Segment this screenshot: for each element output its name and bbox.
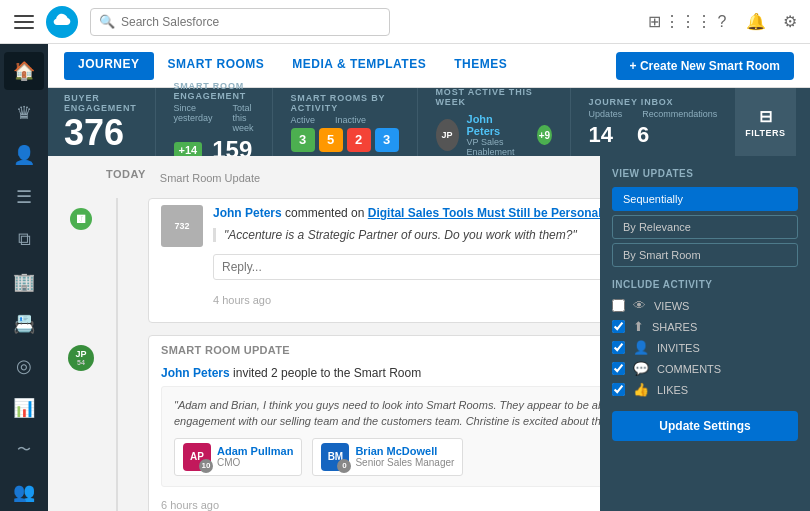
sidebar-item-person[interactable]: 👤 [4, 136, 44, 174]
inactive-label: Inactive [335, 115, 366, 125]
updates-count: 14 [589, 122, 613, 148]
views-icon: 👁 [633, 298, 646, 313]
view-option-sequentially[interactable]: Sequentially [612, 187, 798, 211]
bell-icon[interactable]: 🔔 [746, 12, 766, 32]
smart-room-total-label: Total this week [233, 103, 254, 133]
filter-row-likes: 👍 LIKES [612, 382, 798, 397]
person-num-2: 0 [337, 459, 351, 473]
timeline-dot-invite: JP 54 [68, 345, 94, 371]
time-ago: 4 hours ago [213, 294, 271, 306]
most-active-count: +9 [537, 125, 551, 145]
view-option-relevance[interactable]: By Relevance [612, 215, 798, 239]
view-updates-title: View Updates [612, 168, 798, 179]
filter-row-invites: 👤 INVITES [612, 340, 798, 355]
invites-label: INVITES [657, 342, 700, 354]
person-badge-2: BM 0 Brian McDowell Senior Sales Manager [312, 438, 463, 476]
secondary-navigation: JOURNEY SMART ROOMS MEDIA & TEMPLATES TH… [48, 44, 810, 88]
invites-checkbox[interactable] [612, 341, 625, 354]
recommendations-label: Recommendations [642, 109, 717, 119]
settings-icon[interactable]: ⚙ [780, 12, 800, 32]
person-title-2: Senior Sales Manager [355, 457, 454, 468]
sidebar-item-people[interactable]: 👥 [4, 473, 44, 511]
smart-rooms-activity-stat: SMART ROOMS BY ACTIVITY Active Inactive … [273, 88, 418, 156]
create-smart-room-button[interactable]: + Create New Smart Room [616, 52, 794, 80]
buyer-engagement-label: BUYER ENGAGEMENT [64, 93, 137, 113]
top-navigation: 🔍 ⊞ ⋮⋮⋮ ? 🔔 ⚙ [0, 0, 810, 44]
view-option-smart-room[interactable]: By Smart Room [612, 243, 798, 267]
comments-icon: 💬 [633, 361, 649, 376]
recommendations-count: 6 [637, 122, 649, 148]
most-active-title: VP Sales Enablement [467, 137, 530, 157]
invites-icon: 👤 [633, 340, 649, 355]
tab-themes[interactable]: THEMES [440, 44, 521, 88]
badge-blue: 3 [375, 128, 399, 152]
invite-time-ago: 6 hours ago [161, 499, 219, 511]
invite-author-link[interactable]: John Peters [161, 366, 230, 380]
comments-checkbox[interactable] [612, 362, 625, 375]
journey-inbox-label: JOURNEY INBOX [589, 97, 718, 107]
filters-button[interactable]: ⊟ FILTERS [735, 88, 795, 156]
nav-icons: ⊞ ⋮⋮⋮ ? 🔔 ⚙ [644, 12, 800, 32]
shares-icon: ⬆ [633, 319, 644, 334]
active-label: Active [291, 115, 316, 125]
smart-room-since-label: Since yesterday [174, 103, 213, 133]
john-peters-photo: 732 [161, 205, 203, 247]
sidebar-item-pulse[interactable]: 〜 [4, 431, 44, 469]
badge-red: 2 [347, 128, 371, 152]
likes-icon: 👍 [633, 382, 649, 397]
person-name-2[interactable]: Brian McDowell [355, 445, 454, 457]
section-title: Smart Room Update [160, 172, 260, 184]
grid-icon[interactable]: ⊞ [644, 12, 664, 32]
comments-label: COMMENTS [657, 363, 721, 375]
journey-inbox-stat: JOURNEY INBOX Updates Recommendations 14… [571, 88, 736, 156]
sidebar-item-crown[interactable]: ♛ [4, 94, 44, 132]
buyer-engagement-value: 376 [64, 115, 137, 151]
sidebar-item-copy[interactable]: ⧉ [4, 220, 44, 258]
author-link[interactable]: John Peters [213, 206, 282, 220]
views-checkbox[interactable] [612, 299, 625, 312]
day-label: TODAY [106, 168, 146, 180]
buyer-engagement-stat: BUYER ENGAGEMENT 376 [64, 88, 156, 156]
sidebar-item-building[interactable]: 🏢 [4, 262, 44, 300]
badge-green: 3 [291, 128, 315, 152]
sidebar-item-list[interactable]: ☰ [4, 178, 44, 216]
tab-media-templates[interactable]: MEDIA & TEMPLATES [278, 44, 440, 88]
sidebar-item-target[interactable]: ◎ [4, 347, 44, 385]
sidebar-item-home[interactable]: 🏠 [4, 52, 44, 90]
sidebar: 🏠 ♛ 👤 ☰ ⧉ 🏢 📇 ◎ 📊 〜 👥 [0, 44, 48, 511]
filter-row-shares: ⬆ SHARES [612, 319, 798, 334]
shares-checkbox[interactable] [612, 320, 625, 333]
most-active-avatar: JP [436, 119, 459, 151]
doc-link[interactable]: Digital Sales Tools Must Still be Person… [368, 206, 602, 220]
most-active-stat: MOST ACTIVE THIS WEEK JP John Peters VP … [418, 88, 571, 156]
filter-panel: View Updates Sequentially By Relevance B… [600, 156, 810, 511]
tab-journey[interactable]: JOURNEY [64, 52, 154, 80]
update-settings-button[interactable]: Update Settings [612, 411, 798, 441]
person-avatar-1: AP 10 [183, 443, 211, 471]
apps-icon[interactable]: ⋮⋮⋮ [678, 12, 698, 32]
person-info-1: Adam Pullman CMO [217, 445, 293, 468]
view-options: Sequentially By Relevance By Smart Room [612, 187, 798, 267]
search-input[interactable] [121, 15, 381, 29]
search-bar[interactable]: 🔍 [90, 8, 390, 36]
most-active-label: MOST ACTIVE THIS WEEK [436, 87, 552, 107]
sidebar-item-contacts[interactable]: 📇 [4, 305, 44, 343]
help-icon[interactable]: ? [712, 12, 732, 32]
shares-label: SHARES [652, 321, 697, 333]
most-active-name: John Peters [467, 113, 530, 137]
views-label: VIEWS [654, 300, 689, 312]
activity-label: SMART ROOMS BY ACTIVITY [291, 93, 399, 113]
person-title-1: CMO [217, 457, 293, 468]
person-avatar-2: BM 0 [321, 443, 349, 471]
person-name-1[interactable]: Adam Pullman [217, 445, 293, 457]
sidebar-item-barchart[interactable]: 📊 [4, 389, 44, 427]
likes-label: LIKES [657, 384, 688, 396]
salesforce-logo [46, 6, 78, 38]
badge-orange: 5 [319, 128, 343, 152]
person-num-1: 10 [199, 459, 213, 473]
likes-checkbox[interactable] [612, 383, 625, 396]
filter-row-views: 👁 VIEWS [612, 298, 798, 313]
stats-bar: BUYER ENGAGEMENT 376 SMART ROOM ENGAGEME… [48, 88, 810, 156]
smart-room-engagement-stat: SMART ROOM ENGAGEMENT Since yesterday To… [156, 88, 273, 156]
hamburger-menu[interactable] [10, 8, 38, 36]
